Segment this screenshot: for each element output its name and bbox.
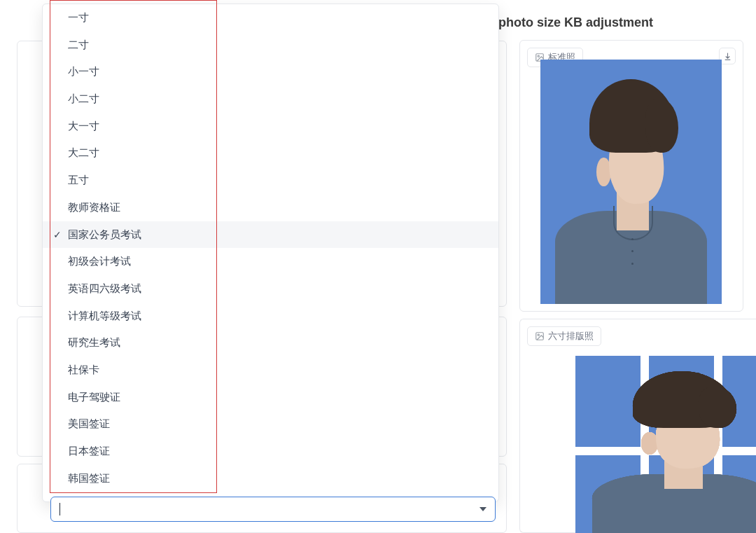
page-title-fragment: photo size KB adjustment <box>498 15 653 30</box>
dropdown-option[interactable]: 计算机等级考试 <box>43 303 498 330</box>
dropdown-option[interactable]: 二寸 <box>43 32 498 59</box>
chevron-down-icon <box>479 507 486 511</box>
dropdown-option[interactable]: 一寸 <box>43 4 498 32</box>
dropdown-option[interactable]: 五寸 <box>43 167 498 194</box>
portrait-illustration <box>540 60 722 304</box>
dropdown-option[interactable]: 教师资格证 <box>43 194 498 221</box>
svg-point-1 <box>538 55 539 57</box>
dropdown-option[interactable]: 大二寸 <box>43 139 498 167</box>
svg-point-3 <box>538 334 539 335</box>
print-layout-badge-label: 六寸排版照 <box>548 330 594 342</box>
dropdown-option[interactable]: 日本签证 <box>43 438 498 465</box>
print-thumbnail-grid <box>575 356 756 533</box>
dropdown-option[interactable]: 美国签证 <box>43 410 498 438</box>
print-thumbnail <box>722 455 756 533</box>
dropdown-option[interactable]: 初级会计考试 <box>43 248 498 275</box>
dropdown-option[interactable]: 电子驾驶证 <box>43 384 498 411</box>
dropdown-option[interactable]: 研究生考试 <box>43 329 498 357</box>
dropdown-option[interactable]: 大一寸 <box>43 113 498 140</box>
dropdown-option[interactable]: 社保卡 <box>43 357 498 384</box>
print-layout-badge: 六寸排版照 <box>527 326 601 346</box>
dropdown-option-selected[interactable]: 国家公务员考试 <box>43 221 498 249</box>
dropdown-option[interactable]: 小二寸 <box>43 85 498 113</box>
download-icon <box>723 52 732 61</box>
image-icon <box>535 331 545 341</box>
dropdown-option[interactable]: 韩国签证 <box>43 465 498 492</box>
size-combobox[interactable] <box>50 497 496 522</box>
text-cursor <box>59 503 60 515</box>
size-dropdown-panel[interactable]: 一寸 二寸 小一寸 小二寸 大一寸 大二寸 五寸 教师资格证 国家公务员考试 初… <box>42 4 499 502</box>
dropdown-option[interactable]: 英语四六级考试 <box>43 275 498 303</box>
standard-photo-preview <box>540 60 722 304</box>
dropdown-option[interactable]: 小一寸 <box>43 58 498 85</box>
